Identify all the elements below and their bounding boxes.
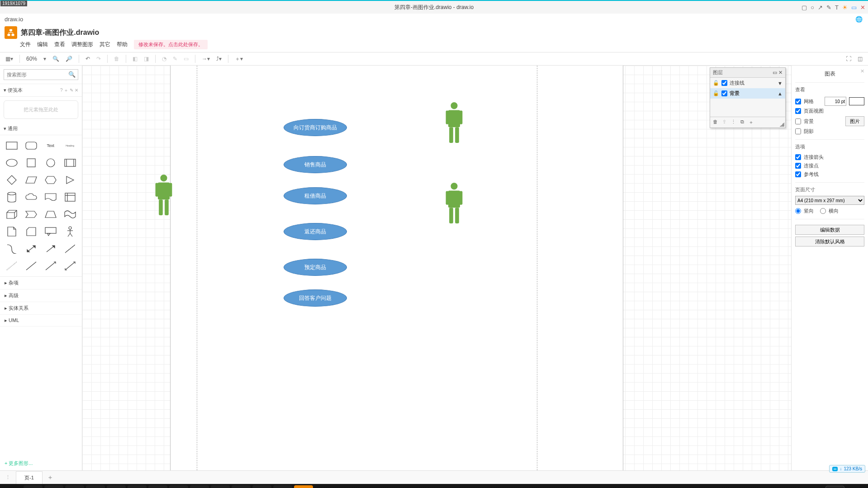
page-tab-1[interactable]: 页-1 xyxy=(16,471,43,484)
cat-entity[interactable]: ▸ 实体关系 xyxy=(0,302,82,315)
zoom-value[interactable]: 60% xyxy=(24,55,39,63)
background-checkbox[interactable] xyxy=(795,118,801,124)
guides-checkbox[interactable] xyxy=(795,171,801,177)
usecase-2[interactable]: 销售商品 xyxy=(284,156,347,173)
shape-roundrect[interactable] xyxy=(23,139,40,152)
clock[interactable]: 0737 PM xyxy=(825,486,844,488)
sun-icon[interactable]: ☀ xyxy=(842,4,848,11)
layer-row[interactable]: 🔓 背景 ▲ xyxy=(710,88,785,99)
search-icon[interactable]: 🔍 xyxy=(68,71,76,78)
menu-help[interactable]: 帮助 xyxy=(117,41,128,48)
shape-heading[interactable]: Heading xyxy=(62,139,78,152)
redo-icon[interactable]: ↷ xyxy=(95,55,103,63)
tray-trash-icon[interactable]: 🗑 xyxy=(846,485,865,488)
unsaved-warning[interactable]: 修改未保存。点击此处保存。 xyxy=(134,40,208,49)
shape-note[interactable] xyxy=(4,225,20,238)
shape-square-icon[interactable]: ▢ xyxy=(802,4,807,11)
more-shapes[interactable]: 更多图形... xyxy=(0,456,82,470)
cat-advanced[interactable]: ▸ 高级 xyxy=(0,289,82,302)
pagesize-select[interactable]: A4 (210 mm x 297 mm) xyxy=(795,196,864,205)
waypoint-icon[interactable]: ⤴▾ xyxy=(214,55,223,63)
actor-top-right[interactable] xyxy=(444,102,464,145)
view-mode-icon[interactable]: ▦▾ xyxy=(4,55,15,63)
to-back-icon[interactable]: ◨ xyxy=(142,55,151,63)
to-front-icon[interactable]: ◧ xyxy=(131,55,139,63)
scratchpad-header[interactable]: ▾ 便笺本 ? ＋ ✎ ✕ xyxy=(0,84,82,97)
close-panel-icon[interactable]: ✕ xyxy=(778,70,783,75)
usecase-5[interactable]: 预定商品 xyxy=(284,259,347,276)
landscape-radio[interactable] xyxy=(820,208,826,214)
grid-size-input[interactable] xyxy=(825,97,846,106)
portrait-radio[interactable] xyxy=(795,208,801,214)
shape-rect[interactable] xyxy=(4,139,20,152)
menu-arrange[interactable]: 调整图形 xyxy=(71,41,93,48)
add-page-icon[interactable]: ＋ xyxy=(43,474,58,482)
delete-icon[interactable]: 🗑 xyxy=(112,55,121,63)
shape-actor[interactable] xyxy=(62,225,78,238)
image-button[interactable]: 图片 xyxy=(845,116,864,126)
shape-ellipse[interactable] xyxy=(4,156,20,170)
grid-checkbox[interactable] xyxy=(795,99,801,104)
tray-menu-icon[interactable]: ☰ xyxy=(784,485,803,488)
undo-icon[interactable]: ↶ xyxy=(84,55,92,63)
app-monitor-icon[interactable] xyxy=(232,485,251,488)
shape-diamond[interactable] xyxy=(4,173,20,187)
actor-bottom-right[interactable] xyxy=(444,182,464,226)
insert-icon[interactable]: ＋▾ xyxy=(233,54,245,64)
fill-icon[interactable]: ◔ xyxy=(160,55,168,63)
format-panel-icon[interactable]: ◫ xyxy=(856,55,864,63)
shape-dotted-line[interactable] xyxy=(4,259,20,273)
menu-view[interactable]: 查看 xyxy=(54,41,65,48)
shape-cube[interactable] xyxy=(4,208,20,221)
zoom-out-icon[interactable]: 🔎 xyxy=(64,55,74,63)
app-vscode-icon[interactable] xyxy=(190,485,209,488)
fullscreen-icon[interactable]: ⛶ xyxy=(844,55,853,63)
usecase-4[interactable]: 返还商品 xyxy=(284,223,347,240)
actor-left[interactable] xyxy=(154,174,174,218)
shape-step[interactable] xyxy=(23,208,40,221)
delete-layer-icon[interactable]: 🗑 xyxy=(713,119,718,126)
shape-curve[interactable] xyxy=(4,242,20,256)
export-layer-icon[interactable]: ⇪ xyxy=(722,119,726,126)
shape-process[interactable] xyxy=(62,156,78,170)
shape-dashed-line[interactable] xyxy=(62,242,78,256)
app-drawio-icon[interactable] xyxy=(294,485,313,488)
clear-style-button[interactable]: 清除默认风格 xyxy=(795,237,864,246)
tray-grid-icon[interactable]: ▦ xyxy=(617,485,636,488)
tray-volume-icon[interactable]: 🔊 xyxy=(701,485,720,488)
lock-toggle-icon[interactable]: 🔓 xyxy=(713,90,719,96)
filename[interactable]: 第四章-画图作业.drawio xyxy=(21,28,99,38)
shape-line[interactable] xyxy=(23,259,40,273)
tray-ime-icon[interactable]: 中 xyxy=(680,485,699,488)
shape-card[interactable] xyxy=(23,225,40,238)
shadow-toggle-icon[interactable]: ▭ xyxy=(182,55,190,63)
duplicate-layer-icon[interactable]: ⧉ xyxy=(740,119,744,126)
canvas[interactable]: 向订货商订购商品 销售商品 租借商品 返还商品 预定商品 回答客户问题 图层 ▭… xyxy=(82,66,791,470)
cat-misc[interactable]: ▸ 杂项 xyxy=(0,277,82,289)
app-calendar-icon[interactable]: 10 xyxy=(252,485,271,488)
cat-uml[interactable]: ▸ UML xyxy=(0,315,82,327)
scratchpad-dropzone[interactable]: 把元素拖至此处 xyxy=(4,100,78,119)
layer-visible-checkbox[interactable] xyxy=(721,80,727,86)
tray-color-icon[interactable]: ✏ xyxy=(742,485,761,488)
app-settings-icon[interactable] xyxy=(86,485,105,488)
tray-keyboard-icon[interactable]: ⌨ xyxy=(659,485,678,488)
usecase-3[interactable]: 租借商品 xyxy=(284,187,347,204)
tray-power-icon[interactable] xyxy=(805,485,824,488)
app-terminal-icon[interactable]: >_ xyxy=(211,485,230,488)
tray-wifi-icon[interactable]: 📶 xyxy=(721,485,740,488)
menu-edit[interactable]: 编辑 xyxy=(37,41,48,48)
minimize-icon[interactable]: ▭ xyxy=(851,4,857,11)
tray-book-icon[interactable]: ▬ xyxy=(638,485,657,488)
minimize-panel-icon[interactable]: ▭ xyxy=(773,70,777,75)
menu-extras[interactable]: 其它 xyxy=(100,41,110,48)
shape-bidir-arrow[interactable] xyxy=(23,242,40,256)
edit-data-button[interactable]: 编辑数据 xyxy=(795,225,864,235)
app-sync-icon[interactable]: ∞ xyxy=(148,485,167,488)
resize-handle-icon[interactable] xyxy=(780,122,784,127)
shape-cylinder[interactable] xyxy=(4,190,20,204)
shape-document[interactable] xyxy=(43,190,59,204)
conn-arrow-checkbox[interactable] xyxy=(795,154,801,160)
app-files-icon[interactable] xyxy=(44,485,63,488)
add-layer-icon[interactable]: ＋ xyxy=(749,119,754,126)
